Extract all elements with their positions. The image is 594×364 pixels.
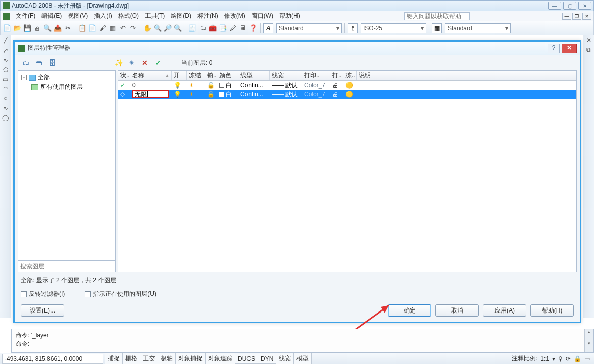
vpfreeze-icon[interactable]: 🟡 [343,91,357,98]
anno-auto-icon[interactable]: ⟳ [566,355,571,362]
anno-viz-icon[interactable]: ⚲ [558,355,563,362]
dimstyle-icon[interactable]: ⟟ [348,23,358,33]
ssm-icon[interactable]: 📑 [218,24,227,33]
tree-child[interactable]: 所有使用的图层 [30,82,113,92]
ok-button[interactable]: 确定 [388,304,431,317]
undo-icon[interactable]: ↶ [118,24,127,33]
zoom-win-icon[interactable]: 🔎 [163,24,172,33]
tablestyle-icon[interactable]: ▦ [432,23,442,33]
menu-insert[interactable]: 插入(I) [91,11,115,21]
anno-scale-arrow[interactable]: ▾ [552,355,555,362]
new-icon[interactable]: 📄 [3,24,12,33]
plotable-icon[interactable]: 🖨 [330,91,343,98]
dimstyle-dropdown[interactable]: ISO-25▾ [361,23,426,33]
command-scrollbar[interactable]: ▴▾ [584,329,593,352]
maximize-button[interactable]: ▢ [563,2,576,10]
cancel-button[interactable]: 取消 [435,304,479,317]
xline-icon[interactable]: ↗ [2,47,10,55]
col-on[interactable]: 开 [172,71,187,80]
block-icon[interactable]: ▦ [108,24,117,33]
lwt-cell[interactable]: —— 默认 [270,81,302,90]
freeze-icon[interactable]: ☀ [187,82,205,89]
filter-tree[interactable]: - 全部 所有使用的图层 [18,70,116,272]
pan-icon[interactable]: ✋ [143,24,152,33]
toggle-ducs[interactable]: DUCS [235,354,258,364]
set-current-icon[interactable]: ✓ [153,58,163,68]
indicate-inuse-checkbox[interactable]: 指示正在使用的图层(U) [85,290,156,298]
mdi-minimize-button[interactable]: — [562,13,571,20]
tablestyle-dropdown[interactable]: Standard▾ [445,23,511,33]
layer-grid[interactable]: 状.. 名称▲ 开 冻结 锁.. 颜色 线型 线宽 打印.. 打.. 冻.. 说… [118,70,577,272]
col-color[interactable]: 颜色 [217,71,238,80]
help-icon[interactable]: ❓ [249,24,258,33]
menu-tools[interactable]: 工具(T) [142,11,168,21]
cut-icon[interactable]: ✂ [63,24,72,33]
toggle-model[interactable]: 模型 [293,353,312,364]
layer-name-editing[interactable]: 无限 [130,90,172,98]
menu-help[interactable]: 帮助(H) [276,11,303,21]
layer-name[interactable]: 0 [130,82,172,89]
circle-icon[interactable]: ○ [2,95,10,103]
delete-layer-icon[interactable]: ✕ [140,58,150,68]
search-layer-input[interactable] [20,263,113,270]
dc-icon[interactable]: 🗂 [198,24,207,33]
apply-button[interactable]: 应用(A) [483,304,526,317]
plotable-icon[interactable]: 🖨 [330,82,343,89]
lock-ui-icon[interactable]: 🔒 [574,355,581,362]
toggle-grid[interactable]: 栅格 [122,353,140,364]
ellipse-icon[interactable]: ◯ [2,114,10,122]
menu-format[interactable]: 格式(O) [115,11,142,21]
erase-icon[interactable]: ✕ [585,37,593,45]
invert-filter-checkbox[interactable]: 反转过滤器(I) [21,290,65,298]
properties-icon[interactable]: 🧾 [188,24,197,33]
toggle-polar[interactable]: 极轴 [158,353,176,364]
col-lwt[interactable]: 线宽 [270,71,302,80]
layer-row[interactable]: ✓ 0 💡 ☀ 🔓 白 Contin... —— 默认 Color_7 🖨 🟡 [118,81,576,90]
command-prompt[interactable]: 命令: [16,340,580,348]
menu-dim[interactable]: 标注(N) [194,11,221,21]
textstyle-dropdown[interactable]: Standard▾ [276,23,342,33]
menu-draw[interactable]: 绘图(D) [168,11,194,21]
col-desc[interactable]: 说明 [357,71,576,80]
lock-icon[interactable]: 🔓 [205,82,217,89]
new-layer-icon[interactable]: ✨ [114,58,124,68]
rect-icon[interactable]: ▭ [2,76,10,84]
settings-button[interactable]: 设置(E)... [21,304,64,317]
toggle-snap[interactable]: 捕捉 [105,353,123,364]
layer-row[interactable]: ◇ 无限 💡 ☀ 🔓 白 Contin... —— 默认 Color_7 🖨 🟡 [118,90,576,99]
arc-icon[interactable]: ◠ [2,85,10,93]
save-icon[interactable]: 💾 [23,24,32,33]
open-icon[interactable]: 📂 [13,24,22,33]
toggle-ortho[interactable]: 正交 [140,353,158,364]
ltype-cell[interactable]: Contin... [238,91,270,98]
polygon-icon[interactable]: ⬠ [2,66,10,74]
toggle-dyn[interactable]: DYN [258,354,276,364]
coordinates[interactable]: -493.4631, 815.8661, 0.0000 [2,354,103,364]
mdi-restore-button[interactable]: ❐ [572,13,581,20]
help-search-input[interactable] [404,12,470,20]
menu-edit[interactable]: 编辑(E) [38,11,65,21]
pline-icon[interactable]: ∿ [2,57,10,65]
copy2-icon[interactable]: ⧉ [585,46,593,55]
publish-icon[interactable]: 📤 [53,24,62,33]
col-name[interactable]: 名称▲ [130,71,172,80]
on-icon[interactable]: 💡 [172,82,187,89]
tree-root[interactable]: - 全部 [20,73,113,82]
collapse-icon[interactable]: - [21,75,27,80]
color-cell[interactable]: 白 [217,90,238,99]
dialog-close-button[interactable]: ✕ [562,44,577,53]
dialog-titlebar[interactable]: 图层特性管理器 ? ✕ [15,42,580,55]
redo-icon[interactable]: ↷ [128,24,137,33]
ltype-cell[interactable]: Contin... [238,82,270,89]
preview-icon[interactable]: 🔍 [43,24,52,33]
dialog-help-button[interactable]: ? [548,44,560,53]
minimize-button[interactable]: — [548,2,561,10]
print-icon[interactable]: 🖨 [33,24,42,33]
col-status[interactable]: 状.. [118,71,130,80]
col-lock[interactable]: 锁.. [205,71,217,80]
menu-view[interactable]: 视图(V) [65,11,91,21]
paste-icon[interactable]: 📄 [88,24,97,33]
toggle-otrack[interactable]: 对象追踪 [205,353,235,364]
tp-icon[interactable]: 🧰 [208,24,217,33]
freeze-icon[interactable]: ☀ [187,91,205,98]
